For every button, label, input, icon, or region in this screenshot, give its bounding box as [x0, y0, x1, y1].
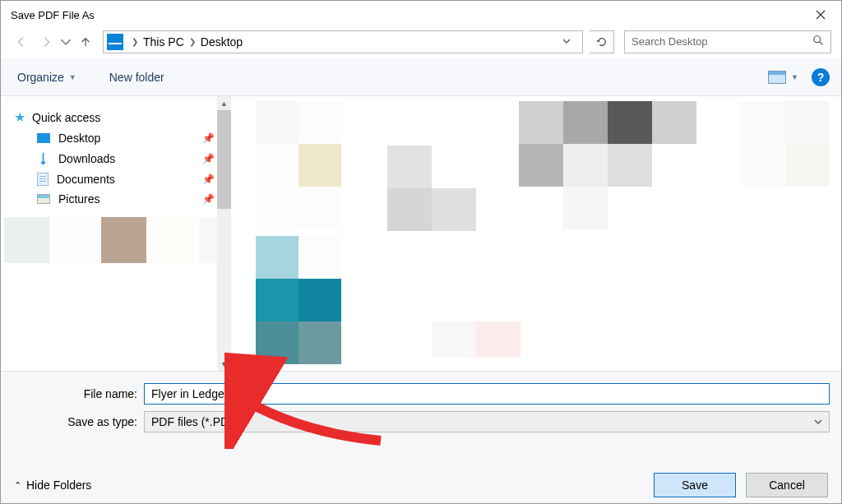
hide-folders-label: Hide Folders	[26, 479, 91, 492]
chevron-up-icon: ⌃	[14, 480, 21, 491]
back-button[interactable]	[11, 31, 32, 53]
sidebar-item-downloads[interactable]: ⭣ Downloads 📌	[19, 148, 231, 169]
command-bar: Organize ▼ New folder ▼ ?	[1, 58, 841, 96]
search-input[interactable]	[632, 35, 812, 48]
cancel-button[interactable]: Cancel	[746, 473, 828, 497]
sidebar-item-label: Pictures	[58, 192, 100, 206]
nav-row: ❯ This PC ❯ Desktop	[1, 29, 841, 58]
sidebar-item-desktop[interactable]: Desktop 📌	[19, 128, 231, 148]
saveastype-value: PDF files (*.PDF)	[151, 415, 239, 428]
address-dropdown[interactable]	[554, 35, 579, 48]
title-bar: Save PDF File As	[1, 1, 841, 29]
breadcrumb: ❯ This PC ❯ Desktop	[128, 35, 246, 49]
sidebar-item-documents[interactable]: Documents 📌	[19, 169, 231, 189]
help-button[interactable]: ?	[812, 68, 830, 86]
recent-locations-dropdown[interactable]	[60, 31, 72, 53]
close-button[interactable]	[802, 1, 840, 29]
cancel-label: Cancel	[769, 479, 805, 492]
view-icon	[768, 71, 786, 84]
organize-menu[interactable]: Organize ▼	[12, 67, 81, 87]
saveastype-dropdown[interactable]: PDF files (*.PDF)	[144, 411, 830, 432]
window-title: Save PDF File As	[11, 9, 95, 21]
scroll-up-icon[interactable]: ▲	[217, 96, 231, 110]
pin-icon: 📌	[202, 193, 215, 205]
refresh-button[interactable]	[590, 30, 614, 53]
hide-folders-button[interactable]: ⌃ Hide Folders	[14, 479, 91, 492]
sidebar-item-label: Documents	[57, 173, 115, 186]
up-arrow-icon	[80, 36, 91, 48]
sidebar: ★ Quick access Desktop 📌 ⭣ Downloads 📌 D…	[1, 96, 231, 371]
refresh-icon	[596, 36, 608, 48]
save-label: Save	[682, 479, 708, 492]
quick-access-label: Quick access	[32, 111, 100, 124]
caret-down-icon: ▼	[791, 73, 798, 81]
saveastype-label: Save as type:	[12, 415, 137, 428]
caret-down-icon: ▼	[69, 73, 76, 81]
filename-input[interactable]	[144, 383, 830, 405]
back-arrow-icon	[16, 36, 27, 48]
footer: ⌃ Hide Folders Save Cancel	[1, 445, 841, 504]
form-area: File name: Save as type: PDF files (*.PD…	[1, 371, 841, 445]
sidebar-item-pictures[interactable]: Pictures 📌	[19, 189, 231, 209]
sidebar-item-label: Downloads	[58, 152, 115, 165]
pin-icon: 📌	[202, 132, 215, 144]
pin-icon: 📌	[202, 153, 215, 164]
view-menu[interactable]: ▼	[768, 71, 798, 84]
chevron-down-icon	[562, 37, 571, 45]
main-pane: ★ Quick access Desktop 📌 ⭣ Downloads 📌 D…	[1, 96, 841, 371]
breadcrumb-thispc[interactable]: This PC	[143, 35, 184, 49]
organize-label: Organize	[17, 71, 64, 84]
close-icon	[816, 10, 826, 20]
desktop-icon	[37, 133, 50, 143]
chevron-right-icon: ❯	[132, 37, 138, 46]
forward-button[interactable]	[35, 31, 57, 53]
scroll-down-icon[interactable]: ▼	[217, 357, 231, 371]
chevron-down-icon	[60, 36, 72, 48]
new-folder-button[interactable]: New folder	[104, 67, 169, 87]
star-icon: ★	[14, 109, 25, 125]
scrollbar-thumb[interactable]	[217, 110, 231, 209]
file-view[interactable]	[231, 96, 841, 371]
download-icon: ⭣	[37, 151, 50, 166]
sidebar-thumbnails	[4, 217, 231, 263]
pictures-icon	[37, 194, 50, 204]
new-folder-label: New folder	[109, 71, 164, 84]
svg-point-0	[814, 36, 821, 43]
document-icon	[37, 173, 49, 186]
up-button[interactable]	[75, 31, 96, 53]
breadcrumb-desktop[interactable]: Desktop	[201, 35, 243, 49]
address-bar[interactable]: ❯ This PC ❯ Desktop	[103, 30, 583, 53]
search-box[interactable]	[624, 30, 831, 53]
quick-access-header[interactable]: ★ Quick access	[14, 109, 231, 125]
sidebar-item-label: Desktop	[58, 132, 100, 145]
chevron-right-icon: ❯	[189, 37, 196, 46]
filename-label: File name:	[12, 387, 137, 400]
pin-icon: 📌	[202, 173, 215, 185]
sidebar-scrollbar[interactable]: ▲ ▼	[217, 96, 231, 371]
this-pc-icon	[107, 34, 123, 50]
chevron-down-icon	[814, 415, 822, 428]
search-icon[interactable]	[812, 35, 824, 49]
save-button[interactable]: Save	[654, 473, 736, 497]
forward-arrow-icon	[40, 36, 52, 48]
